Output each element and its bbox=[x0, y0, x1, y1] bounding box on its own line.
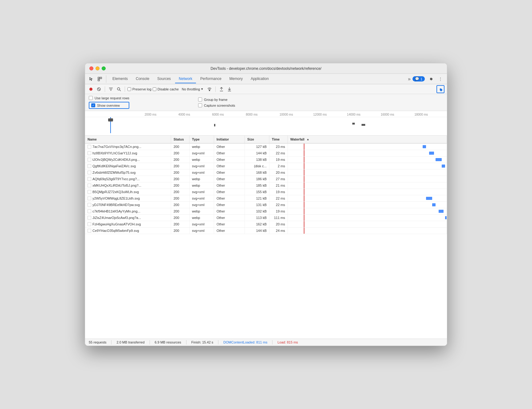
th-name[interactable]: Name bbox=[85, 136, 171, 143]
row-icon bbox=[88, 222, 91, 226]
td-status: 200 bbox=[171, 208, 190, 214]
wifi-icon[interactable] bbox=[206, 86, 213, 93]
upload-icon[interactable] bbox=[218, 86, 225, 93]
svg-line-5 bbox=[98, 88, 100, 90]
disable-cache-input[interactable] bbox=[153, 87, 156, 91]
td-time: 2 ms bbox=[269, 163, 288, 169]
table-row[interactable]: c7kf94kHB11kK5AyYyMn.png... 200 webp Oth… bbox=[85, 208, 447, 215]
network-toolbar: Preserve log Disable cache No throttling… bbox=[85, 84, 447, 94]
td-status: 200 bbox=[171, 215, 190, 221]
close-button[interactable] bbox=[89, 66, 93, 70]
th-waterfall[interactable]: Waterfall ▲ bbox=[288, 136, 447, 143]
settings-gear-button[interactable] bbox=[436, 85, 444, 93]
table-row[interactable]: 7ac7na7GxVVnpc3q7ACn.png... 200 webp Oth… bbox=[85, 144, 447, 150]
tab-console[interactable]: Console bbox=[132, 75, 153, 83]
ruler-mark-0 bbox=[110, 113, 143, 116]
ruler-mark-7: 14000 ms bbox=[346, 113, 380, 116]
table-row[interactable]: tJOhr2jBQWy2CdKHDlUl.png... 200 webp Oth… bbox=[85, 157, 447, 163]
group-by-frame-checkbox[interactable]: Group by frame bbox=[198, 97, 235, 101]
group-by-frame-box bbox=[198, 97, 202, 101]
cursor-icon[interactable] bbox=[88, 75, 95, 83]
capture-screenshots-checkbox[interactable]: Capture screenshots bbox=[198, 103, 235, 107]
table-row[interactable]: xMKUHQxXLiRDiiUTol5J.png?... 200 webp Ot… bbox=[85, 182, 447, 189]
td-time: 19 ms bbox=[269, 157, 288, 163]
download-icon[interactable] bbox=[226, 86, 233, 93]
table-row[interactable]: QgftKdlKE6NqaFwlZAVc.svg 200 svg+xml Oth… bbox=[85, 163, 447, 169]
svg-line-10 bbox=[119, 90, 121, 91]
td-name: QgftKdlKE6NqaFwlZAVc.svg bbox=[85, 163, 171, 169]
td-name: Zv6sbHi6fZfZMWufSp75.svg bbox=[85, 169, 171, 176]
network-table[interactable]: Name Status Type Initiator Size Time bbox=[85, 136, 447, 339]
svg-point-3 bbox=[89, 88, 92, 91]
td-type: svg+xml bbox=[190, 150, 214, 156]
table-row[interactable]: hz8BXb9YlYLhCGarY12J.svg 200 svg+xml Oth… bbox=[85, 150, 447, 157]
td-type: svg+xml bbox=[190, 195, 214, 201]
maximize-button[interactable] bbox=[102, 66, 106, 70]
chat-icon: 💬 bbox=[415, 77, 419, 81]
td-status: 200 bbox=[171, 228, 190, 234]
minimize-button[interactable] bbox=[96, 66, 100, 70]
table-row[interactable]: Zv6sbHi6fZfZMWufSp75.svg 200 svg+xml Oth… bbox=[85, 169, 447, 176]
disable-cache-checkbox[interactable]: Disable cache bbox=[153, 87, 179, 91]
record-button[interactable] bbox=[88, 86, 94, 93]
main-tabs: Elements Console Sources Network Perform… bbox=[109, 75, 406, 83]
row-icon bbox=[88, 197, 91, 200]
timeline-handle[interactable] bbox=[108, 118, 113, 121]
throttle-dropdown[interactable]: No throttling ▾ bbox=[180, 86, 205, 92]
td-size: 155 kB bbox=[245, 189, 269, 195]
tab-performance[interactable]: Performance bbox=[197, 75, 225, 83]
td-status: 200 bbox=[171, 150, 190, 156]
table-row[interactable]: FzH6gwuHgXuGnasATVOH.svg 200 svg+xml Oth… bbox=[85, 221, 447, 228]
more-tabs-button[interactable]: » bbox=[406, 76, 413, 82]
table-row[interactable]: AQfq69qS2lg6lT9Y7vcc.png?... 200 webp Ot… bbox=[85, 176, 447, 182]
ruler-mark-4: 8000 ms bbox=[244, 113, 278, 116]
ruler-mark-2: 4000 ms bbox=[177, 113, 211, 116]
titlebar: DevTools - developer.chrome.com/docs/dev… bbox=[85, 63, 447, 74]
tab-elements[interactable]: Elements bbox=[109, 75, 131, 83]
status-bar: 55 requests 2.0 MB transferred 6.9 MB re… bbox=[85, 339, 447, 346]
table-row[interactable]: Ce9YHacO35q8t5wbmFp9.svg 200 svg+xml Oth… bbox=[85, 228, 447, 234]
settings-button[interactable] bbox=[427, 75, 435, 83]
show-overview-highlight: Show overview bbox=[89, 102, 129, 109]
ruler-mark-5: 10000 ms bbox=[278, 113, 312, 116]
th-size[interactable]: Size bbox=[245, 136, 269, 143]
row-icon bbox=[88, 190, 91, 194]
more-options-button[interactable]: ⋮ bbox=[436, 75, 444, 83]
tab-network[interactable]: Network bbox=[175, 75, 196, 83]
large-rows-checkbox[interactable]: Use large request rows bbox=[89, 96, 129, 100]
filter-button[interactable] bbox=[108, 86, 114, 93]
search-button[interactable] bbox=[115, 86, 122, 93]
td-waterfall bbox=[288, 221, 447, 227]
inspector-icon[interactable] bbox=[96, 75, 104, 83]
th-time[interactable]: Time bbox=[269, 136, 288, 143]
td-type: webp bbox=[190, 215, 214, 221]
timeline-graph[interactable] bbox=[85, 117, 447, 133]
timeline-ruler: 2000 ms 4000 ms 6000 ms 8000 ms 10000 ms… bbox=[85, 112, 447, 117]
th-status[interactable]: Status bbox=[171, 136, 190, 143]
preserve-log-input[interactable] bbox=[127, 87, 131, 91]
tab-application[interactable]: Application bbox=[247, 75, 272, 83]
table-row[interactable]: y2W5yVOMWqgL8ZE1Lklh.svg 200 svg+xml Oth… bbox=[85, 195, 447, 202]
td-time: 22 ms bbox=[269, 195, 288, 201]
table-row[interactable]: JiZisZ4UmarOjo5cAwf3.png?a... 200 webp O… bbox=[85, 215, 447, 221]
chat-badge-button[interactable]: 💬 1 bbox=[413, 76, 425, 81]
show-overview-checkbox[interactable]: Show overview bbox=[91, 103, 120, 107]
td-type: svg+xml bbox=[190, 228, 214, 234]
td-waterfall bbox=[288, 215, 447, 221]
window-title: DevTools - developer.chrome.com/docs/dev… bbox=[211, 66, 322, 71]
th-type[interactable]: Type bbox=[190, 136, 214, 143]
tab-memory[interactable]: Memory bbox=[226, 75, 246, 83]
clear-button[interactable] bbox=[96, 86, 102, 93]
table-row[interactable]: B5QMjpRJZ72xKQ3uWLlh.svg 200 svg+xml Oth… bbox=[85, 189, 447, 195]
tab-sources[interactable]: Sources bbox=[154, 75, 174, 83]
content-area: Preserve log Disable cache No throttling… bbox=[85, 84, 447, 346]
th-initiator[interactable]: Initiator bbox=[214, 136, 245, 143]
td-size: 113 kB bbox=[245, 215, 269, 221]
preserve-log-checkbox[interactable]: Preserve log bbox=[127, 87, 151, 91]
row-icon bbox=[88, 209, 91, 213]
td-name: Ce9YHacO35q8t5wbmFp9.svg bbox=[85, 228, 171, 234]
table-row[interactable]: yDJ70NF49BREe9kHD7pw.svg 200 svg+xml Oth… bbox=[85, 202, 447, 208]
timeline-block-2 bbox=[352, 123, 355, 125]
td-type: svg+xml bbox=[190, 163, 214, 169]
td-initiator: Other bbox=[214, 202, 245, 208]
